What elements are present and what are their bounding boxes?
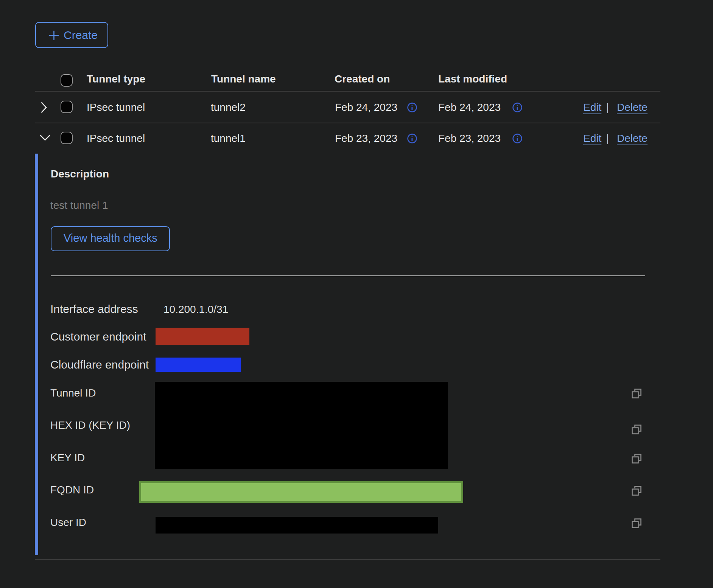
svg-text:i: i (411, 104, 413, 112)
svg-text:i: i (516, 135, 518, 143)
svg-text:i: i (411, 135, 413, 143)
svg-text:i: i (516, 104, 518, 112)
